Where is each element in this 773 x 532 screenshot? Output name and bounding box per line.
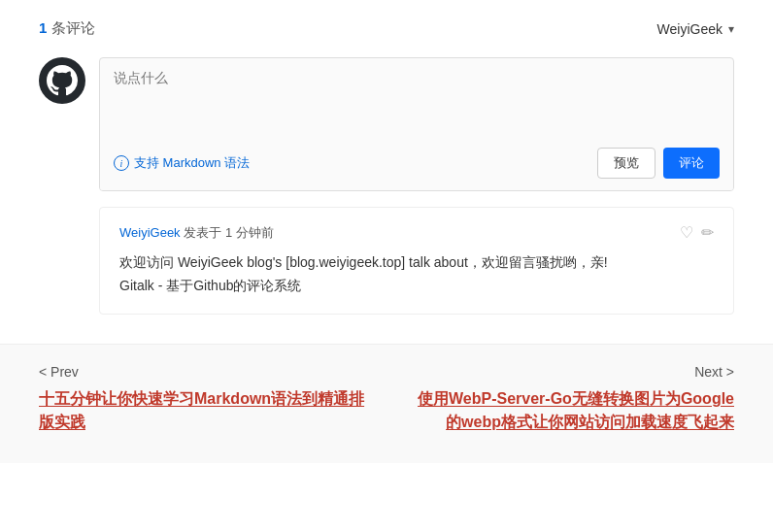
heart-icon[interactable]: ♡	[680, 223, 693, 242]
preview-button[interactable]: 预览	[597, 148, 655, 179]
comment-button[interactable]: 评论	[663, 148, 720, 179]
comment-input-area: i 支持 Markdown 语法 预览 评论	[39, 57, 734, 191]
prev-post-title[interactable]: 十五分钟让你快速学习Markdown语法到精通排版实践	[39, 387, 369, 434]
comment-author: WeiyiGeek 发表于 1 分钟前	[119, 224, 274, 242]
comment-meta: WeiyiGeek 发表于 1 分钟前 ♡ ✏	[119, 223, 714, 242]
avatar	[39, 57, 85, 104]
edit-icon[interactable]: ✏	[701, 223, 714, 242]
comments-section: 1 条评论 WeiyiGeek ▾ i 支持 Markdown 语法 预览	[0, 0, 773, 344]
comment-body-line2: Gitalk - 基于Github的评论系统	[119, 275, 714, 298]
comment-actions: ♡ ✏	[680, 223, 714, 242]
prev-arrow-label: < Prev	[39, 364, 79, 380]
markdown-hint-text: 支持 Markdown 语法	[134, 154, 250, 172]
comment-list: WeiyiGeek 发表于 1 分钟前 ♡ ✏ 欢迎访问 WeiyiGeek b…	[99, 207, 734, 315]
markdown-hint: i 支持 Markdown 语法	[114, 154, 250, 172]
comment-input-container: i 支持 Markdown 语法 预览 评论	[99, 57, 734, 191]
comment-body: 欢迎访问 WeiyiGeek blog's [blog.weiyigeek.to…	[119, 251, 714, 298]
nav-section: < Prev Next > 十五分钟让你快速学习Markdown语法到精通排版实…	[0, 344, 773, 463]
comment-time: 1 分钟前	[225, 225, 274, 240]
input-buttons: 预览 评论	[597, 148, 720, 179]
comment-count-label: 条评论	[51, 19, 95, 36]
comments-count: 1 条评论	[39, 19, 95, 38]
author-name: WeiyiGeek	[119, 225, 181, 240]
nav-arrows: < Prev Next >	[39, 364, 734, 380]
comments-header: 1 条评论 WeiyiGeek ▾	[39, 19, 734, 38]
comment-count-number: 1	[39, 19, 47, 36]
github-icon	[47, 65, 78, 96]
nav-titles: 十五分钟让你快速学习Markdown语法到精通排版实践 使用WebP-Serve…	[39, 387, 734, 434]
next-post-title[interactable]: 使用WebP-Server-Go无缝转换图片为Google的webp格式让你网站…	[404, 387, 734, 434]
input-footer: i 支持 Markdown 语法 预览 评论	[100, 140, 733, 190]
comment-textarea[interactable]	[100, 58, 733, 136]
comment-body-line1: 欢迎访问 WeiyiGeek blog's [blog.weiyigeek.to…	[119, 251, 714, 275]
next-arrow-label: Next >	[694, 364, 734, 380]
user-menu[interactable]: WeiyiGeek ▾	[657, 21, 734, 37]
username-label: WeiyiGeek	[657, 21, 723, 37]
chevron-down-icon: ▾	[728, 22, 734, 36]
info-icon: i	[114, 155, 129, 171]
nav-prev-arrow[interactable]: < Prev	[39, 364, 79, 380]
comment-action: 发表于	[184, 225, 225, 240]
nav-next-arrow[interactable]: Next >	[694, 364, 734, 380]
